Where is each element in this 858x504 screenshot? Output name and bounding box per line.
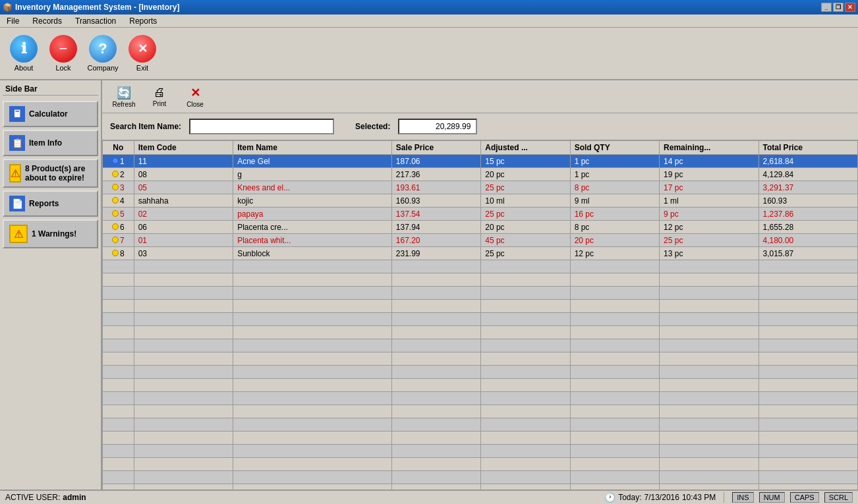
cell-empty bbox=[481, 432, 570, 445]
cell-empty bbox=[758, 432, 857, 445]
print-label: Print bbox=[153, 100, 167, 107]
company-button[interactable]: ? Company bbox=[84, 30, 121, 76]
cell-empty bbox=[134, 405, 233, 418]
menu-reports[interactable]: Reports bbox=[125, 15, 161, 27]
today-date: 7/13/2016 bbox=[644, 493, 679, 502]
cell-empty bbox=[481, 260, 570, 273]
minimize-button[interactable]: _ bbox=[821, 3, 832, 12]
cell-empty bbox=[570, 484, 659, 490]
cell-empty bbox=[103, 432, 134, 445]
print-button[interactable]: 🖨 Print bbox=[143, 83, 176, 111]
cell-name: kojic bbox=[233, 194, 392, 208]
cell-empty bbox=[481, 326, 570, 339]
cell-no: 5 bbox=[103, 208, 134, 221]
table-row-empty bbox=[103, 352, 858, 366]
cell-empty bbox=[391, 273, 480, 287]
cell-empty bbox=[134, 379, 233, 392]
cell-code: 06 bbox=[134, 221, 233, 234]
cell-empty bbox=[660, 471, 758, 484]
table-row[interactable]: 4sahhahakojic160.9310 ml9 ml1 ml160.93 bbox=[103, 194, 858, 208]
cell-remaining: 1 ml bbox=[660, 194, 758, 208]
cell-empty bbox=[134, 392, 233, 405]
cell-sold-qty: 12 pc bbox=[570, 247, 659, 260]
cell-empty bbox=[134, 484, 233, 490]
cell-adjusted: 45 pc bbox=[481, 234, 570, 247]
exit-button[interactable]: ✕ Exit bbox=[124, 30, 161, 76]
cell-empty bbox=[233, 339, 392, 352]
search-input[interactable] bbox=[189, 119, 334, 134]
cell-empty bbox=[134, 418, 233, 432]
table-row[interactable]: 208g217.3620 pc1 pc19 pc4,129.84 bbox=[103, 168, 858, 181]
toolbar: ℹ About − Lock ? Company ✕ Exit bbox=[0, 28, 858, 80]
close-content-button[interactable]: ✕ Close bbox=[179, 83, 212, 111]
cell-empty bbox=[233, 458, 392, 471]
reports-button[interactable]: 📄 Reports bbox=[3, 190, 98, 217]
about-icon: ℹ bbox=[10, 35, 38, 63]
cell-sold-qty: 1 pc bbox=[570, 168, 659, 181]
table-row-empty bbox=[103, 313, 858, 326]
products-expire-warning[interactable]: ⚠ 8 Product(s) are about to expire! bbox=[3, 159, 98, 188]
warnings-button[interactable]: ⚠ 1 Warnings! bbox=[3, 219, 98, 248]
refresh-icon: 🔄 bbox=[117, 86, 131, 100]
cell-total-price: 1,237.86 bbox=[758, 208, 857, 221]
cell-empty bbox=[233, 273, 392, 287]
cell-sale-price: 217.36 bbox=[391, 168, 480, 181]
cell-sold-qty: 16 pc bbox=[570, 208, 659, 221]
calculator-label: Calculator bbox=[29, 109, 68, 119]
cell-empty bbox=[103, 458, 134, 471]
cell-empty bbox=[570, 379, 659, 392]
yellow-dot-icon bbox=[112, 171, 119, 177]
table-row[interactable]: 701Placenta whit...167.2045 pc20 pc25 pc… bbox=[103, 234, 858, 247]
refresh-button[interactable]: 🔄 Refresh bbox=[107, 83, 140, 111]
cell-empty bbox=[481, 313, 570, 326]
cell-empty bbox=[481, 405, 570, 418]
table-row[interactable]: 111Acne Gel187.0615 pc1 pc14 pc2,618.84 bbox=[103, 155, 858, 168]
warning-icon: ⚠ bbox=[9, 164, 21, 182]
calculator-button[interactable]: 🖩 Calculator bbox=[3, 101, 98, 127]
selected-value-input[interactable] bbox=[398, 119, 477, 134]
cell-name: Knees and el... bbox=[233, 181, 392, 194]
table-row-empty bbox=[103, 366, 858, 379]
cell-empty bbox=[391, 287, 480, 300]
cell-empty bbox=[570, 366, 659, 379]
cell-no: 7 bbox=[103, 234, 134, 247]
cell-empty bbox=[758, 418, 857, 432]
cell-empty bbox=[570, 273, 659, 287]
table-row[interactable]: 305Knees and el...193.6125 pc8 pc17 pc3,… bbox=[103, 181, 858, 194]
close-window-button[interactable]: ✕ bbox=[845, 3, 855, 12]
cell-empty bbox=[103, 392, 134, 405]
table-row-empty bbox=[103, 287, 858, 300]
cell-empty bbox=[103, 313, 134, 326]
table-row-empty bbox=[103, 432, 858, 445]
cell-adjusted: 15 pc bbox=[481, 155, 570, 168]
cell-empty bbox=[134, 458, 233, 471]
menu-file[interactable]: File bbox=[3, 15, 23, 27]
lock-button[interactable]: − Lock bbox=[45, 30, 82, 76]
cell-no: 8 bbox=[103, 247, 134, 260]
cell-empty bbox=[233, 287, 392, 300]
table-row[interactable]: 606Placenta cre...137.9420 pc8 pc12 pc1,… bbox=[103, 221, 858, 234]
col-sale-price: Sale Price bbox=[391, 141, 480, 155]
selected-label: Selected: bbox=[355, 122, 390, 131]
col-item-name: Item Name bbox=[233, 141, 392, 155]
table-row-empty bbox=[103, 392, 858, 405]
table-row[interactable]: 803Sunblock231.9925 pc12 pc13 pc3,015.87 bbox=[103, 247, 858, 260]
about-button[interactable]: ℹ About bbox=[5, 30, 42, 76]
table-row-empty bbox=[103, 339, 858, 352]
item-info-button[interactable]: 📋 Item Info bbox=[3, 130, 98, 156]
cell-empty bbox=[103, 445, 134, 458]
menu-records[interactable]: Records bbox=[28, 15, 66, 27]
restore-button[interactable]: ❐ bbox=[833, 3, 844, 12]
cell-empty bbox=[660, 339, 758, 352]
cell-name: Placenta cre... bbox=[233, 221, 392, 234]
cell-empty bbox=[481, 273, 570, 287]
table-row[interactable]: 502papaya137.5425 pc16 pc9 pc1,237.86 bbox=[103, 208, 858, 221]
cell-empty bbox=[660, 313, 758, 326]
cell-empty bbox=[758, 471, 857, 484]
menu-transaction[interactable]: Transaction bbox=[71, 15, 120, 27]
cell-empty bbox=[570, 352, 659, 366]
cell-adjusted: 10 ml bbox=[481, 194, 570, 208]
lock-label: Lock bbox=[55, 64, 71, 72]
active-user-segment: ACTIVE USER: admin bbox=[5, 493, 86, 502]
cell-no: 4 bbox=[103, 194, 134, 208]
